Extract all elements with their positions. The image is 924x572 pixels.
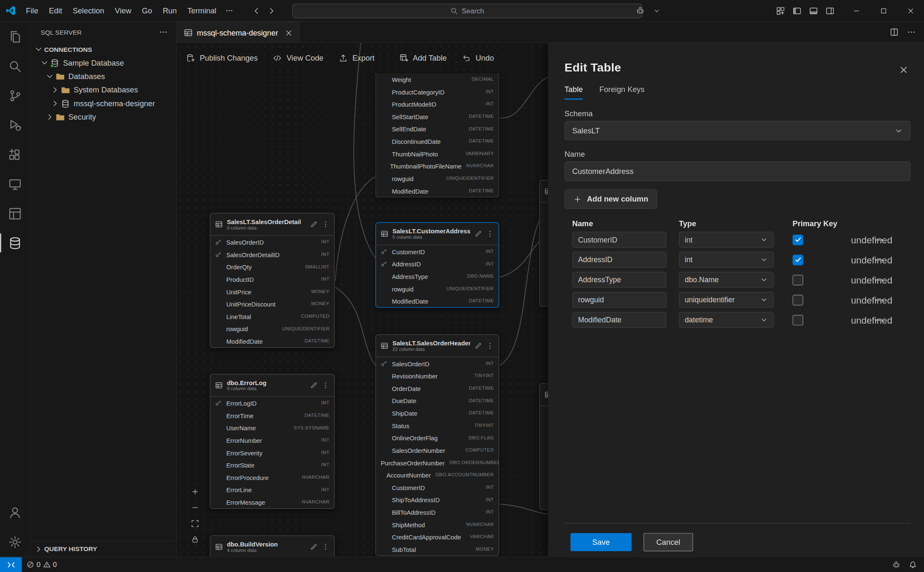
diagram-column-row[interactable]: rowguidUNIQUEIDENTIFIER [210,322,334,335]
diagram-column-row[interactable]: ErrorSeverityINT [210,446,334,459]
toolbar-add-table-button[interactable]: Add Table [399,54,447,62]
diagram-column-row[interactable]: ErrorMessageNVARCHAR [210,496,334,508]
delete-column-icon[interactable]: undefined [851,255,860,265]
diagram-table-header[interactable]: SalesLT.CustomerAddress5 column data [376,223,499,245]
diagram-column-row[interactable]: UserNameSYS.SYSNAME [210,421,334,434]
column-more-icon[interactable] [875,255,884,265]
remote-indicator[interactable] [0,557,22,572]
panel-tab-foreign-keys[interactable]: Foreign Keys [599,85,644,100]
tab-close-icon[interactable] [285,28,293,37]
diagram-column-row[interactable]: ModifiedDateDATETIME [376,295,499,307]
connections-section-header[interactable]: CONNECTIONS [31,43,176,56]
diagram-table-header[interactable]: SalesLT.SalesOrderHeader22 column data [376,335,499,358]
menu-selection[interactable]: Selection [67,3,109,18]
edit-table-icon[interactable] [310,381,318,389]
diagram-column-row[interactable]: ErrorNumberINT [210,434,334,447]
column-type-select[interactable]: uniqueidentifier [679,292,774,308]
editor-more-icon[interactable] [907,28,916,36]
customize-layout-button[interactable] [772,3,788,19]
menu-overflow-button[interactable] [221,3,237,18]
notifications-bell-icon[interactable] [909,560,917,569]
diagram-column-row[interactable]: ErrorLineINT [210,483,334,496]
panel-close-icon[interactable] [899,65,909,75]
diagram-column-row[interactable]: SellEndDateDATETIME [376,123,499,135]
toggle-sidebar-button[interactable] [789,3,805,19]
query-history-section-header[interactable]: QUERY HISTORY [31,541,176,557]
column-more-icon[interactable] [875,295,884,305]
diagram-column-row[interactable]: AddressIDINT [376,258,499,270]
toolbar-undo-button[interactable]: Undo [462,54,494,62]
diagram-column-row[interactable]: ShipMethodNVARCHAR [376,518,499,531]
edit-table-icon[interactable] [474,342,482,350]
diagram-column-row[interactable]: CustomerIDINT [376,481,499,494]
tree-item-security[interactable]: Security [31,110,176,124]
diagram-column-row[interactable]: OrderQtySMALLINT [210,260,334,273]
activity-bar-item-extensions[interactable] [0,140,31,169]
diagram-column-row[interactable]: PurchaseOrderNumberDBO.ORDERNUMBER [376,456,499,469]
activity-bar-item-explorer[interactable] [0,22,31,51]
schema-designer-canvas[interactable]: WeightDECIMALProductCategoryIDINTProduct… [177,43,548,557]
activity-bar-item-settings[interactable] [0,527,31,557]
diagram-column-row[interactable]: DueDateDATETIME [376,394,499,407]
diagram-column-row[interactable]: SubTotalMONEY [376,543,499,556]
diagram-column-row[interactable]: SalesOrderIDINT [210,236,334,248]
column-name-input[interactable]: CustomerID [572,232,667,248]
column-type-select[interactable]: int [679,232,774,248]
add-new-column-button[interactable]: Add new column [565,189,657,209]
lock-canvas-button[interactable] [190,534,200,545]
column-type-select[interactable]: datetime [679,312,774,328]
primary-key-checkbox[interactable] [793,254,803,265]
activity-bar-item-editor-layout[interactable] [0,199,31,228]
primary-key-checkbox[interactable] [793,274,803,285]
tree-item-databases[interactable]: Databases [31,69,176,83]
table-more-icon[interactable] [486,230,494,237]
menu-edit[interactable]: Edit [43,3,67,18]
diagram-column-row[interactable]: LineTotalCOMPUTED [210,310,334,323]
diagram-column-row[interactable]: ModifiedDateDATETIME [376,184,499,197]
table-name-input[interactable]: CustomerAddress [565,161,911,181]
diagram-table-dbo-buildversion[interactable]: dbo.BuildVersion4 column data [210,535,335,557]
maximize-button[interactable] [870,0,897,22]
diagram-column-row[interactable]: SalesOrderIDINT [376,358,499,370]
tree-item-sample-database[interactable]: Sample Database [31,56,176,69]
diagram-column-row[interactable]: SellStartDateDATETIME [376,110,499,123]
tab-mssql-schema-designer[interactable]: mssql-schema-designer [177,22,299,43]
diagram-table-clipped[interactable] [539,180,548,306]
nav-forward-button[interactable] [267,6,276,15]
menu-file[interactable]: File [20,3,43,18]
copilot-menu-chevron[interactable] [648,3,664,19]
primary-key-checkbox[interactable] [793,235,803,245]
diagram-column-row[interactable]: ShipToAddressIDINT [376,493,499,506]
diagram-table-partial[interactable]: WeightDECIMALProductCategoryIDINTProduct… [375,73,499,198]
menu-terminal[interactable]: Terminal [182,3,222,18]
zoom-out-button[interactable] [190,502,200,513]
zoom-in-button[interactable] [190,486,200,497]
table-more-icon[interactable] [322,543,329,551]
toolbar-publish-changes-button[interactable]: Publish Changes [186,54,258,62]
menu-view[interactable]: View [109,3,137,18]
primary-key-checkbox[interactable] [793,294,803,305]
toolbar-export-button[interactable]: Export [339,54,374,62]
diagram-column-row[interactable]: AddressTypeDBO.NAME [376,270,499,283]
column-type-select[interactable]: dbo.Name [679,272,774,288]
edit-table-icon[interactable] [310,220,318,228]
toolbar-view-code-button[interactable]: View Code [273,54,323,62]
edit-table-icon[interactable] [474,230,482,237]
diagram-column-row[interactable]: SalesOrderNumberCOMPUTED [376,444,499,457]
menu-run[interactable]: Run [158,3,182,18]
diagram-table-header[interactable]: SalesLT.SalesOrderDetail9 column data [210,213,334,236]
sidebar-more-icon[interactable] [159,28,168,36]
diagram-table-header[interactable]: dbo.ErrorLog9 column data [210,374,334,397]
tree-item-mssql-schema-designer[interactable]: mssql-schema-designer [31,97,176,110]
diagram-column-row[interactable]: SalesOrderDetailIDINT [210,248,334,261]
column-more-icon[interactable] [875,275,884,285]
column-name-input[interactable]: rowguid [572,292,667,308]
diagram-table-saleslt-salesorderheader[interactable]: SalesLT.SalesOrderHeader22 column dataSa… [375,335,499,556]
diagram-column-row[interactable]: UnitPriceMONEY [210,285,334,298]
toggle-panel-button[interactable] [805,3,821,19]
diagram-column-row[interactable]: CreditCardApprovalCodeVARCHAR [376,531,499,543]
activity-bar-item-sql-server[interactable] [0,228,31,258]
diagram-column-row[interactable]: OnlineOrderFlagDBO.FLAG [376,432,499,444]
nav-back-button[interactable] [252,6,261,15]
diagram-column-row[interactable]: rowguidUNIQUEIDENTIFIER [376,172,499,185]
